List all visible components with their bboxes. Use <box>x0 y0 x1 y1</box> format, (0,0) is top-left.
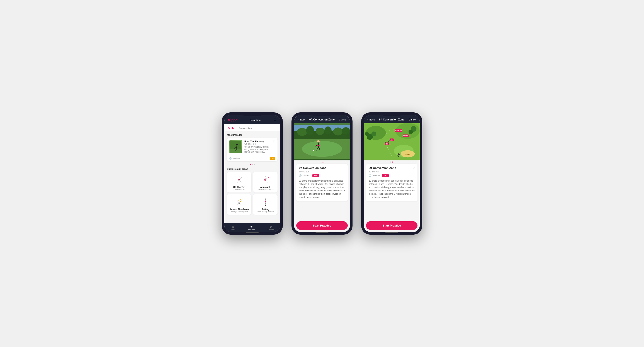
atg-icon <box>234 197 244 207</box>
detail-fav-icon-3[interactable]: ♡ <box>412 166 415 169</box>
approach-name: Approach <box>260 186 270 188</box>
atg-desc: Hone your short game <box>230 211 248 213</box>
detail-meta-3: 🕐 20 shots ARG <box>369 174 415 177</box>
nav-home[interactable]: ⌂ Home <box>231 225 235 231</box>
phone-2-screen: < Back 6ft Conversion Zone Cancel <box>294 115 350 232</box>
clock-icon: 🕐 <box>229 157 232 160</box>
back-button[interactable]: < Back <box>298 118 305 121</box>
putting-desc: Make and lag practice <box>257 211 274 213</box>
tab-drills[interactable]: Drills <box>228 126 234 131</box>
tab-favourites[interactable]: Favourites <box>239 126 252 131</box>
nav-activities[interactable]: ◈ Activities <box>248 225 255 231</box>
capture-icon: ⊕ <box>270 225 272 228</box>
drill-thumbnail <box>229 140 242 153</box>
hero-dot-2 <box>322 162 324 163</box>
svg-line-28 <box>239 203 242 205</box>
clock-icon-2: 🕐 <box>299 174 302 177</box>
phone1-header: clippd Practice ☰ <box>224 115 280 124</box>
hero-dot-1 <box>320 162 322 163</box>
skill-card-atg[interactable]: Around The Green Hone your short game <box>227 194 251 215</box>
back-button-3[interactable]: < Back <box>367 118 375 121</box>
svg-point-46 <box>302 141 342 157</box>
svg-line-17 <box>262 177 265 180</box>
start-practice-button[interactable]: Start Practice <box>296 221 348 230</box>
svg-point-22 <box>268 177 268 178</box>
svg-point-42 <box>324 127 332 135</box>
tabs-bar: Drills Favourites <box>224 124 280 131</box>
svg-point-33 <box>265 205 266 206</box>
header-title-2: 6ft Conversion Zone <box>309 118 335 121</box>
nav-capture-label: Capture <box>268 229 274 231</box>
home-indicator-2 <box>316 232 328 233</box>
skill-card-approach[interactable]: Approach Dial-in to hit the green <box>253 172 278 192</box>
course-map: SAND Hit Miss <box>364 123 420 160</box>
svg-point-35 <box>265 199 266 200</box>
golf-photo <box>294 123 350 160</box>
svg-line-25 <box>237 200 239 203</box>
svg-point-34 <box>265 201 266 202</box>
skill-grid: Off The Tee Power accuracy <box>227 172 278 215</box>
drill-shots: 🕐 10 shots <box>229 157 240 160</box>
putting-icon-area <box>259 196 272 207</box>
svg-point-15 <box>239 177 240 177</box>
detail-range-3: 10-50 yds <box>369 170 415 173</box>
approach-desc: Dial-in to hit the green <box>257 188 274 190</box>
detail-title-row: 6ft Conversion Zone ♡ <box>299 166 345 170</box>
home-icon: ⌂ <box>232 225 234 228</box>
detail-fav-icon[interactable]: ♡ <box>343 166 345 169</box>
map-dot-1 <box>390 162 391 163</box>
featured-drill-card[interactable]: Find The Fairway Off The Tee Create an i… <box>227 138 278 161</box>
explore-section: Explore skill areas <box>227 168 278 215</box>
svg-point-65 <box>408 130 413 134</box>
drill-footer: 🕐 10 shots OTT <box>227 156 278 161</box>
hero-dots <box>294 160 350 164</box>
detail-title: 6ft Conversion Zone <box>299 166 326 170</box>
menu-icon[interactable]: ☰ <box>274 118 277 122</box>
svg-line-19 <box>263 180 265 183</box>
phone-1-screen: clippd Practice ☰ Drills Favourites Most… <box>224 115 280 232</box>
atg-name: Around The Green <box>230 208 249 211</box>
detail-title-3: 6ft Conversion Zone <box>369 166 396 170</box>
ott-desc: Power accuracy <box>233 188 246 190</box>
svg-point-30 <box>240 201 241 202</box>
detail-tag-3: ARG <box>382 174 389 177</box>
golf-image-icon <box>230 141 241 153</box>
svg-point-74 <box>398 153 400 155</box>
detail-tag: ARG <box>312 174 319 177</box>
atg-icon-area <box>232 196 246 207</box>
map-dot-2 <box>392 162 393 163</box>
favourite-icon[interactable]: ♡ <box>273 140 275 153</box>
start-practice-button-3[interactable]: Start Practice <box>366 221 418 230</box>
header-title-3: 6ft Conversion Zone <box>379 118 404 121</box>
drill-info: Find The Fairway Off The Tee Create an i… <box>244 140 271 153</box>
drill-tag: OTT <box>270 157 275 160</box>
bottom-nav: ⌂ Home ◈ Activities ⊕ Capture <box>224 223 280 232</box>
svg-text:FAIRWAY: FAIRWAY <box>396 130 402 132</box>
svg-point-48 <box>317 140 320 143</box>
drill-detail-content: 6ft Conversion Zone ♡ 10-50 yds 🕐 20 sho… <box>294 123 350 219</box>
phone-2: < Back 6ft Conversion Zone Cancel <box>292 112 352 235</box>
svg-text:ROUGH: ROUGH <box>403 135 408 137</box>
map-hero-dots <box>364 160 420 164</box>
drill-category: Off The Tee <box>244 143 271 145</box>
most-popular-label: Most Popular <box>227 134 278 136</box>
drill-detail-card-3: 6ft Conversion Zone ♡ 10-50 yds 🕐 20 sho… <box>366 164 418 201</box>
skill-card-ott[interactable]: Off The Tee Power accuracy <box>227 172 251 192</box>
detail-range: 10-50 yds <box>299 170 345 173</box>
ott-name: Off The Tee <box>233 186 245 188</box>
skill-card-putting[interactable]: Putting Make and lag practice <box>253 194 278 215</box>
screen-container: clippd Practice ☰ Drills Favourites Most… <box>213 104 431 243</box>
svg-point-41 <box>316 128 324 135</box>
svg-point-36 <box>265 203 266 204</box>
cancel-button-3[interactable]: Cancel <box>409 118 416 121</box>
cancel-button[interactable]: Cancel <box>339 118 346 121</box>
svg-line-27 <box>236 203 239 205</box>
drills-content: Most Popular <box>224 131 280 223</box>
nav-activities-label: Activities <box>248 229 255 231</box>
clock-icon-3: 🕐 <box>369 174 371 177</box>
svg-line-20 <box>265 180 268 182</box>
dot-3 <box>254 164 255 165</box>
nav-capture[interactable]: ⊕ Capture <box>268 225 274 231</box>
svg-point-39 <box>297 128 307 136</box>
svg-point-43 <box>333 127 343 136</box>
